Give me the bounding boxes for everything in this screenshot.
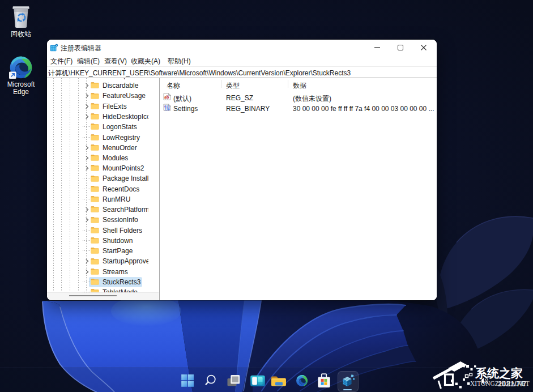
svg-text:系统之家: 系统之家 xyxy=(475,367,523,380)
svg-text:ab: ab xyxy=(164,95,169,100)
svg-text:110: 110 xyxy=(164,108,170,112)
svg-text:2021/7/7: 2021/7/7 xyxy=(498,380,527,388)
